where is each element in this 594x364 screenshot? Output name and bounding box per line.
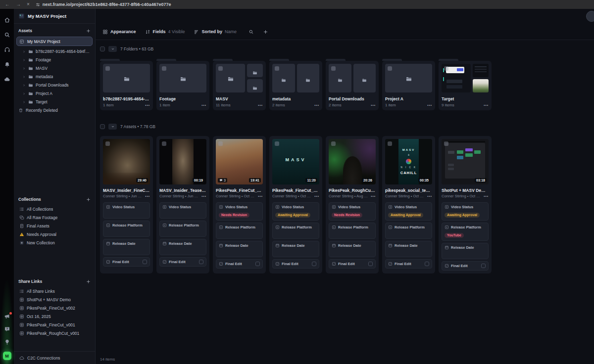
browser-forward-icon[interactable]: → [16, 2, 21, 7]
metadata-field[interactable]: Final Edit [103, 257, 150, 267]
tree-folder[interactable]: Project A [14, 89, 95, 97]
collection-item[interactable]: Final Assets [14, 222, 95, 230]
folder-card[interactable]: metadata2 items••• [269, 61, 322, 110]
more-menu-button[interactable]: ••• [258, 194, 263, 198]
browser-back-icon[interactable]: ← [5, 2, 10, 7]
asset-card[interactable]: MASV11:20PikesPeak_FineCut_v002...Conner… [269, 136, 322, 273]
select-checkbox[interactable] [331, 141, 336, 146]
assets-select-checkbox[interactable] [100, 124, 105, 129]
masv-button[interactable]: M [3, 352, 11, 360]
share-link-item[interactable]: Oct 16, 2025 [14, 312, 95, 320]
metadata-field[interactable]: Release Platform [329, 223, 376, 239]
more-menu-button[interactable]: ••• [371, 103, 376, 107]
select-checkbox[interactable] [218, 141, 223, 146]
metadata-field[interactable]: Final Edit [329, 259, 376, 269]
tree-folder[interactable]: MASV [14, 64, 95, 72]
asset-thumbnail[interactable]: 03:18 [442, 139, 489, 184]
bell-icon[interactable] [4, 61, 10, 68]
headphones-icon[interactable] [4, 46, 10, 53]
asset-card[interactable]: 319:41PikesPeak_FineCut_v001...Conner St… [213, 136, 266, 273]
folder-card[interactable]: Project A1 item••• [382, 61, 435, 110]
asset-card[interactable]: 00:19MASV_Insider_Teaser_Fin...Conner St… [156, 136, 209, 273]
c2c-connections[interactable]: C2C Connections [14, 351, 95, 364]
tree-folder[interactable]: metadata [14, 72, 95, 81]
final-edit-checkbox[interactable] [199, 260, 203, 264]
more-menu-button[interactable]: ••• [145, 103, 150, 107]
metadata-field[interactable]: Release Date [385, 241, 432, 257]
more-menu-button[interactable]: ••• [201, 194, 206, 198]
asset-card[interactable]: 03:18ShotPut + MASV Demo.movConner Stirl… [439, 136, 492, 273]
search-icon[interactable] [248, 29, 254, 35]
more-menu-button[interactable]: ••• [427, 194, 432, 198]
final-edit-checkbox[interactable] [312, 262, 316, 266]
collection-item[interactable]: All Collections [14, 205, 95, 213]
select-checkbox[interactable] [331, 66, 336, 71]
final-edit-checkbox[interactable] [143, 260, 147, 264]
select-checkbox[interactable] [162, 141, 166, 146]
sort-button[interactable]: Sorted by Name [194, 29, 237, 35]
metadata-field[interactable]: Final Edit [272, 259, 319, 269]
final-edit-checkbox[interactable] [481, 264, 486, 268]
metadata-field[interactable]: Release Date [329, 241, 376, 257]
more-menu-button[interactable]: ••• [371, 194, 376, 198]
add-item-icon[interactable] [263, 29, 268, 35]
more-menu-button[interactable]: ••• [427, 103, 432, 107]
select-checkbox[interactable] [275, 66, 279, 71]
project-header[interactable]: My MASV Project [14, 9, 95, 24]
metadata-field[interactable]: Release Platform [216, 223, 263, 239]
share-link-item[interactable]: All Share Links [14, 287, 95, 295]
collection-item[interactable]: New Collection [14, 238, 95, 247]
asset-thumbnail[interactable]: 29:40 [103, 139, 150, 184]
folder-card[interactable]: Footage1 item••• [156, 61, 209, 110]
cloud-upload-icon[interactable] [4, 76, 10, 83]
share-link-item[interactable]: PikesPeak_RoughCut_v001 [14, 329, 95, 337]
metadata-field[interactable]: Release Platform [103, 221, 150, 237]
asset-card[interactable]: 29:40MASV_Insider_FineCut_v0...Conner St… [100, 136, 153, 273]
metadata-field[interactable]: Video StatusAwaiting Approval [385, 202, 432, 221]
metadata-field[interactable]: Video StatusNeeds Revision [329, 202, 376, 221]
asset-thumbnail[interactable]: MASV+N I C KCAHILL00:35 [385, 139, 432, 184]
tree-folder[interactable]: Portal Downloads [14, 81, 95, 89]
select-checkbox[interactable] [444, 141, 448, 146]
folders-collapse-button[interactable] [108, 46, 117, 52]
metadata-field[interactable]: Video Status [103, 202, 150, 219]
metadata-field[interactable]: Final Edit [385, 259, 432, 269]
search-icon[interactable] [4, 32, 10, 38]
share-link-item[interactable]: PikesPeak_FineCut_v002 [14, 304, 95, 312]
more-menu-button[interactable]: ••• [484, 103, 489, 107]
select-checkbox[interactable] [218, 66, 223, 71]
folder-card[interactable]: Portal Downloads2 items••• [326, 61, 379, 110]
metadata-field[interactable]: Release Date [442, 243, 489, 259]
more-menu-button[interactable]: ••• [314, 103, 319, 107]
share-link-item[interactable]: PikesPeak_FineCut_v001 [14, 320, 95, 329]
metadata-field[interactable]: Video StatusNeeds Revision [216, 202, 263, 221]
bulb-icon[interactable] [4, 339, 10, 345]
select-checkbox[interactable] [388, 141, 392, 146]
address-bar[interactable]: next.frame.io/project/62b1e862-8f6e-4377… [36, 2, 171, 7]
metadata-field[interactable]: Release Date [216, 241, 263, 257]
asset-card[interactable]: MASV+N I C KCAHILL00:35pikespeak_social_… [382, 136, 435, 273]
tree-folder[interactable]: b78c2887-9195-4654-b94f-f... [14, 47, 95, 55]
select-checkbox[interactable] [388, 66, 392, 71]
select-checkbox[interactable] [105, 66, 110, 71]
select-checkbox[interactable] [444, 66, 448, 71]
metadata-field[interactable]: Video Status [159, 202, 206, 219]
asset-thumbnail[interactable]: 00:19 [159, 139, 206, 184]
folder-card[interactable]: b78c2887-9195-4654-b9...1 item••• [100, 61, 153, 110]
select-checkbox[interactable] [105, 141, 110, 146]
metadata-field[interactable]: Release Date [272, 241, 319, 257]
metadata-field[interactable]: Release PlatformYouTube [442, 223, 489, 241]
folder-card[interactable]: Target9 items••• [439, 61, 492, 110]
metadata-field[interactable]: Final Edit [159, 257, 206, 267]
avatar[interactable] [586, 11, 594, 22]
add-collection-icon[interactable] [86, 197, 91, 202]
add-share-link-icon[interactable] [86, 279, 91, 284]
select-checkbox[interactable] [275, 141, 279, 146]
browser-close-icon[interactable]: × [27, 2, 30, 7]
metadata-field[interactable]: Release Platform [385, 223, 432, 239]
more-menu-button[interactable]: ••• [201, 103, 206, 107]
asset-thumbnail[interactable]: MASV11:20 [272, 139, 319, 184]
recently-deleted[interactable]: Recently Deleted [14, 106, 95, 114]
more-menu-button[interactable]: ••• [145, 194, 150, 198]
metadata-field[interactable]: Release Date [103, 239, 150, 255]
